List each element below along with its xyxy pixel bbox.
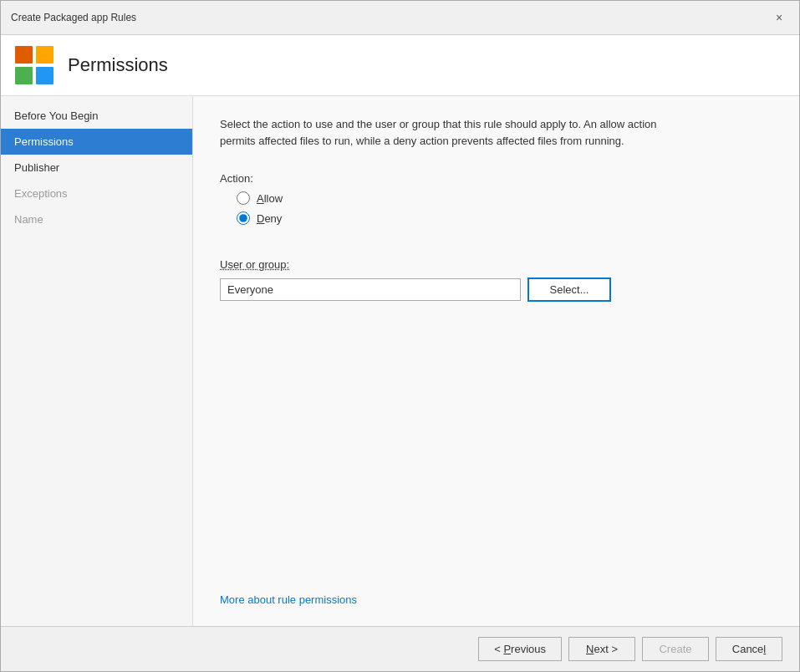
title-bar: Create Packaged app Rules × xyxy=(1,1,799,35)
sidebar: Before You Begin Permissions Publisher E… xyxy=(1,96,193,626)
action-radio-group: Allow Deny xyxy=(237,191,772,225)
svg-rect-3 xyxy=(36,67,54,84)
allow-option[interactable]: Allow xyxy=(237,191,772,205)
create-button[interactable]: Create xyxy=(642,637,709,661)
header-bar: Permissions xyxy=(1,35,799,96)
next-button[interactable]: Next > xyxy=(568,637,635,661)
svg-rect-0 xyxy=(15,46,33,64)
content-area: Before You Begin Permissions Publisher E… xyxy=(1,96,799,626)
action-section: Action: Allow Deny xyxy=(220,172,772,225)
window-title: Create Packaged app Rules xyxy=(11,12,136,23)
cancel-button[interactable]: Cancel xyxy=(716,637,782,661)
user-group-section: User or group: Select... xyxy=(220,258,772,302)
deny-option[interactable]: Deny xyxy=(237,211,772,225)
link-area: More about rule permissions xyxy=(220,577,772,606)
main-window: Create Packaged app Rules × Permissions … xyxy=(0,0,800,672)
footer: < Previous Next > Create Cancel xyxy=(1,626,799,671)
allow-label: Allow xyxy=(257,192,283,205)
user-group-row: Select... xyxy=(220,277,772,302)
deny-label: Deny xyxy=(257,212,282,225)
page-title: Permissions xyxy=(68,54,168,76)
app-icon xyxy=(14,45,54,85)
allow-radio[interactable] xyxy=(237,191,250,205)
deny-radio[interactable] xyxy=(237,211,250,225)
close-button[interactable]: × xyxy=(769,8,789,28)
description-text: Select the action to use and the user or… xyxy=(220,116,688,149)
user-group-label: User or group: xyxy=(220,258,772,271)
action-label: Action: xyxy=(220,172,772,185)
sidebar-item-before-you-begin[interactable]: Before You Begin xyxy=(1,103,192,129)
sidebar-item-publisher[interactable]: Publisher xyxy=(1,155,192,181)
user-group-input[interactable] xyxy=(220,278,521,301)
more-about-permissions-link[interactable]: More about rule permissions xyxy=(220,593,357,606)
sidebar-item-permissions[interactable]: Permissions xyxy=(1,129,192,155)
sidebar-item-exceptions: Exceptions xyxy=(1,181,192,206)
main-panel: Select the action to use and the user or… xyxy=(193,96,799,626)
svg-rect-2 xyxy=(15,67,33,84)
svg-rect-1 xyxy=(36,46,54,64)
select-button[interactable]: Select... xyxy=(527,277,611,302)
sidebar-item-name: Name xyxy=(1,206,192,232)
previous-button[interactable]: < Previous xyxy=(478,637,562,661)
